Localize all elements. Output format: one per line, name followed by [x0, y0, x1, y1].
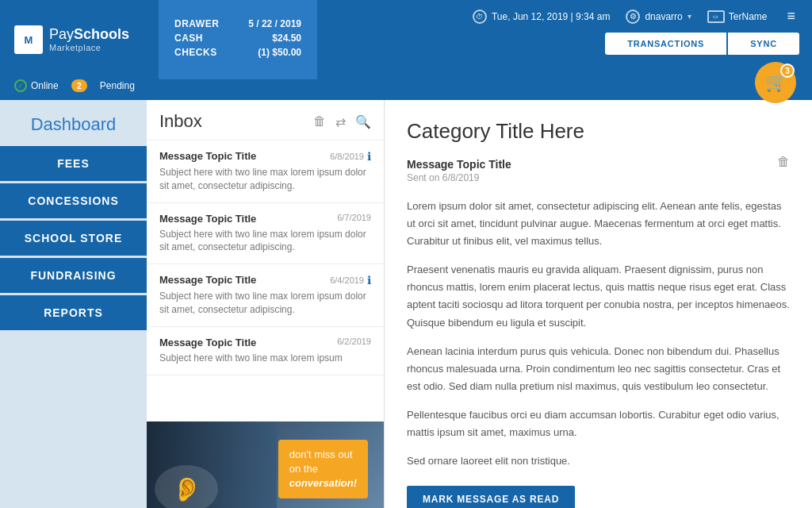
message-preview: Subject here with two line max lorem ips…: [159, 290, 371, 317]
brand-pay: Pay: [49, 26, 74, 42]
terminal-item: ▭ TerName: [707, 10, 768, 23]
brand-logo: M: [14, 25, 43, 54]
detail-category: Category Title Here: [407, 119, 790, 144]
cash-label: CASH: [174, 33, 203, 44]
sidebar-item-fundraising[interactable]: FUNDRAISING: [0, 258, 147, 293]
message-preview: Subject here with two line max lorem ips…: [159, 166, 371, 193]
brand-schools: Schools: [74, 26, 129, 42]
sidebar-item-reports[interactable]: REPORTS: [0, 295, 147, 330]
sub-header: ✓ Online 2 Pending: [0, 79, 812, 100]
detail-paragraph: Lorem ipsum dolor sit amet, consectetur …: [407, 198, 790, 250]
message-item[interactable]: Message Topic Title 6/8/2019 ℹ Subject h…: [147, 140, 384, 203]
top-header: M PaySchools Marketplace DRAWER 5 / 22 /…: [0, 0, 812, 79]
message-detail: Category Title Here Message Topic Title …: [385, 100, 812, 508]
alert-icon: ℹ: [367, 150, 371, 163]
inbox-messages: Message Topic Title 6/8/2019 ℹ Subject h…: [147, 140, 384, 421]
message-topic: Message Topic Title: [159, 150, 256, 162]
detail-paragraph: Pellentesque faucibus orci eu diam accum…: [407, 406, 790, 441]
sidebar-title: Dashboard: [0, 100, 147, 146]
sidebar-item-concessions[interactable]: CONCESSIONS: [0, 183, 147, 218]
message-topic: Message Topic Title: [159, 337, 256, 348]
hamburger-menu[interactable]: ≡: [783, 6, 799, 26]
gear-icon: ⚙: [626, 10, 640, 24]
search-icon[interactable]: 🔍: [355, 114, 371, 129]
detail-sent: Sent on 6/8/2019: [407, 172, 511, 183]
message-date: 6/2/2019: [337, 337, 371, 346]
sidebar-item-school-store[interactable]: SCHOOL STORE: [0, 221, 147, 256]
status-bar: ⏱ Tue, Jun 12, 2019 | 9:34 am ⚙ dnavarro…: [317, 0, 812, 79]
checks-label: CHECKS: [174, 47, 217, 58]
banner-text: don't miss out on the conversation!: [278, 440, 368, 499]
tab-sync[interactable]: SYNC: [728, 33, 799, 55]
inbox-title: Inbox: [159, 111, 202, 132]
drawer-section: DRAWER 5 / 22 / 2019 CASH $24.50 CHECKS …: [159, 0, 317, 79]
inbox-actions: 🗑 ⇄ 🔍: [313, 114, 371, 129]
detail-paragraph: Sed ornare laoreet elit non tristique.: [407, 452, 790, 470]
message-topic: Message Topic Title: [159, 274, 256, 286]
inbox-banner: 👂 don't miss out on the conversation!: [147, 421, 384, 508]
terminal-text: TerName: [729, 11, 768, 22]
main-layout: Dashboard FEES CONCESSIONS SCHOOL STORE …: [0, 100, 812, 508]
sidebar: Dashboard FEES CONCESSIONS SCHOOL STORE …: [0, 100, 147, 508]
refresh-icon[interactable]: ⇄: [335, 114, 346, 129]
online-badge: ✓ Online: [14, 79, 59, 92]
detail-paragraph: Aenean lacinia interdum purus quis vehic…: [407, 343, 790, 395]
brand-text: PaySchools Marketplace: [49, 26, 129, 54]
cash-value: $24.50: [272, 33, 301, 44]
check-icon: ✓: [17, 82, 24, 90]
message-item[interactable]: Message Topic Title 6/4/2019 ℹ Subject h…: [147, 264, 384, 327]
message-item[interactable]: Message Topic Title 6/2/2019 Subject her…: [147, 327, 384, 375]
terminal-icon: ▭: [707, 10, 725, 23]
trash-icon[interactable]: 🗑: [313, 114, 326, 129]
user-item[interactable]: ⚙ dnavarro ▾: [626, 10, 691, 24]
inbox-panel: Inbox 🗑 ⇄ 🔍 Message Topic Title 6/8/2019…: [147, 100, 385, 508]
datetime-item: ⏱ Tue, Jun 12, 2019 | 9:34 am: [473, 10, 610, 24]
username-text: dnavarro: [645, 11, 682, 22]
message-preview: Subject here with two line max lorem ips…: [159, 352, 371, 365]
alert-icon: ℹ: [367, 274, 371, 287]
clock-icon: ⏱: [473, 10, 487, 24]
chevron-down-icon: ▾: [688, 12, 691, 21]
message-item[interactable]: Message Topic Title 6/7/2019 Subject her…: [147, 203, 384, 265]
pending-count: 2: [71, 79, 87, 92]
tab-transactions[interactable]: TRANSACTIONS: [605, 33, 726, 55]
online-dot: ✓: [14, 79, 27, 92]
sidebar-item-fees[interactable]: FEES: [0, 146, 147, 181]
inbox-header: Inbox 🗑 ⇄ 🔍: [147, 100, 384, 140]
message-date: 6/8/2019: [330, 152, 364, 161]
message-preview: Subject here with two line max lorem ips…: [159, 228, 371, 255]
mark-read-button[interactable]: MARK MESSAGE AS READ: [407, 486, 575, 508]
online-label: Online: [31, 80, 59, 91]
datetime-text: Tue, Jun 12, 2019 | 9:34 am: [492, 11, 610, 22]
drawer-label: DRAWER: [174, 18, 219, 29]
brand-section: M PaySchools Marketplace: [0, 0, 159, 79]
pending-label: Pending: [100, 80, 135, 91]
detail-paragraph: Praesent venenatis mauris eu gravida ali…: [407, 261, 790, 331]
cart-count: 3: [780, 64, 795, 78]
drawer-value: 5 / 22 / 2019: [248, 18, 301, 29]
message-date: 6/4/2019: [330, 275, 364, 285]
brand-marketplace: Marketplace: [49, 43, 129, 53]
message-topic: Message Topic Title: [159, 213, 256, 225]
banner-image: 👂 don't miss out on the conversation!: [147, 421, 384, 508]
detail-topic: Message Topic Title: [407, 158, 511, 171]
detail-delete-icon[interactable]: 🗑: [777, 155, 790, 169]
detail-body: Lorem ipsum dolor sit amet, consectetur …: [407, 198, 790, 470]
checks-value: (1) $50.00: [258, 47, 301, 58]
cart-button[interactable]: 🛒 3: [755, 62, 796, 103]
message-date: 6/7/2019: [337, 213, 371, 222]
